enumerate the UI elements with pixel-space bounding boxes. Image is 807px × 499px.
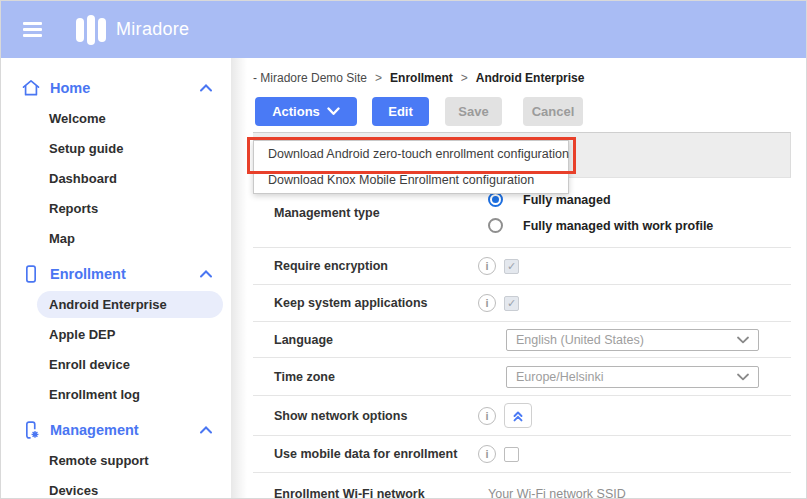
form-row-require-encryption: Require encryption i ✓ — [253, 248, 791, 285]
time-zone-select-value: Europe/Helsinki — [516, 370, 604, 384]
app-name: Miradore — [116, 19, 189, 40]
radio-fully-managed-work-profile[interactable] — [488, 218, 503, 233]
actions-dropdown-menu: Download Android zero-touch enrollment c… — [253, 140, 569, 194]
sidebar-item-android-enterprise[interactable]: Android Enterprise — [37, 291, 223, 318]
cancel-button[interactable]: Cancel — [523, 97, 583, 126]
toolbar: Actions Edit Save Cancel — [255, 97, 583, 126]
chevron-up-icon[interactable] — [199, 269, 213, 279]
sidebar-section-label: Home — [50, 80, 90, 96]
form-row-show-network-options: Show network options i — [253, 396, 791, 436]
radio-fully-managed[interactable] — [488, 192, 503, 207]
radio-option-label: Fully managed with work profile — [523, 219, 713, 233]
field-label: Keep system applications — [253, 296, 478, 310]
sidebar-item-welcome[interactable]: Welcome — [1, 104, 231, 134]
miradore-logo-icon — [76, 15, 106, 45]
info-icon[interactable]: i — [478, 445, 496, 463]
double-chevron-up-icon — [511, 409, 525, 423]
field-label: Show network options — [253, 409, 478, 423]
sidebar-item-reports[interactable]: Reports — [1, 194, 231, 224]
time-zone-select: Europe/Helsinki — [506, 366, 759, 388]
radio-option-label: Fully managed — [523, 193, 611, 207]
chevron-up-icon[interactable] — [199, 83, 213, 93]
form-row-enrollment-wifi-network: Enrollment Wi-Fi network Your Wi-Fi netw… — [253, 473, 791, 498]
save-button[interactable]: Save — [445, 97, 502, 126]
breadcrumb-separator: > — [375, 71, 382, 85]
sidebar-section-management[interactable]: Management — [1, 414, 231, 446]
collapse-network-options-button[interactable] — [504, 403, 532, 428]
language-select-value: English (United States) — [516, 333, 644, 347]
chevron-down-icon — [327, 107, 340, 116]
miradore-app-window: Miradore Home Welcome Setup guide Dashbo… — [0, 0, 807, 499]
actions-button[interactable]: Actions — [255, 97, 357, 126]
sidebar-item-dashboard[interactable]: Dashboard — [1, 164, 231, 194]
actions-button-label: Actions — [272, 104, 320, 119]
breadcrumb-separator: > — [461, 71, 468, 85]
sidebar-section-home[interactable]: Home — [1, 72, 231, 104]
sidebar-item-devices[interactable]: Devices — [1, 476, 231, 499]
use-mobile-data-checkbox — [504, 447, 519, 462]
sidebar-section-label: Enrollment — [50, 266, 126, 282]
chevron-down-icon — [737, 336, 749, 344]
form-row-language: Language English (United States) — [253, 322, 791, 358]
sidebar-item-setup-guide[interactable]: Setup guide — [1, 134, 231, 164]
field-label: Language — [253, 333, 478, 347]
chevron-down-icon — [737, 373, 749, 381]
breadcrumb: - Miradore Demo Site > Enrollment > Andr… — [253, 71, 584, 85]
info-icon[interactable]: i — [478, 407, 496, 425]
sidebar-item-apple-dep[interactable]: Apple DEP — [1, 320, 231, 350]
field-label: Use mobile data for enrollment — [253, 447, 478, 461]
form-row-keep-system-applications: Keep system applications i ✓ — [253, 285, 791, 322]
home-icon — [21, 78, 41, 98]
radio-option: Fully managed with work profile — [488, 216, 713, 236]
top-bar: Miradore — [1, 1, 806, 58]
field-label: Management type — [253, 206, 478, 220]
device-gear-icon — [21, 420, 41, 440]
info-icon[interactable]: i — [478, 294, 496, 312]
keep-system-applications-checkbox: ✓ — [504, 296, 519, 311]
hamburger-menu-icon[interactable] — [23, 22, 42, 37]
require-encryption-checkbox: ✓ — [504, 259, 519, 274]
edit-button[interactable]: Edit — [372, 97, 429, 126]
field-label: Require encryption — [253, 259, 478, 273]
breadcrumb-section[interactable]: Enrollment — [390, 71, 453, 85]
menu-item-download-knox[interactable]: Download Knox Mobile Enrollment configur… — [254, 167, 568, 193]
management-type-radio-group: Fully managed Fully managed with work pr… — [478, 190, 713, 236]
sidebar: Home Welcome Setup guide Dashboard Repor… — [1, 58, 231, 498]
field-label: Enrollment Wi-Fi network — [253, 487, 478, 498]
form-row-time-zone: Time zone Europe/Helsinki — [253, 358, 791, 396]
field-label: Time zone — [253, 370, 478, 384]
language-select: English (United States) — [506, 329, 759, 351]
sidebar-section-enrollment[interactable]: Enrollment — [1, 258, 231, 290]
sidebar-item-remote-support[interactable]: Remote support — [1, 446, 231, 476]
breadcrumb-site[interactable]: - Miradore Demo Site — [253, 71, 367, 85]
sidebar-section-label: Management — [50, 422, 139, 438]
breadcrumb-page: Android Enterprise — [476, 71, 585, 85]
chevron-up-icon[interactable] — [199, 425, 213, 435]
sidebar-item-enroll-device[interactable]: Enroll device — [1, 350, 231, 380]
menu-item-download-zero-touch[interactable]: Download Android zero-touch enrollment c… — [254, 141, 568, 167]
main-content: - Miradore Demo Site > Enrollment > Andr… — [231, 58, 806, 498]
info-icon[interactable]: i — [478, 257, 496, 275]
form-row-use-mobile-data: Use mobile data for enrollment i — [253, 436, 791, 473]
sidebar-item-enrollment-log[interactable]: Enrollment log — [1, 380, 231, 410]
phone-icon — [21, 264, 41, 284]
enrollment-wifi-ssid-value: Your Wi-Fi network SSID — [488, 487, 626, 498]
sidebar-item-map[interactable]: Map — [1, 224, 231, 254]
